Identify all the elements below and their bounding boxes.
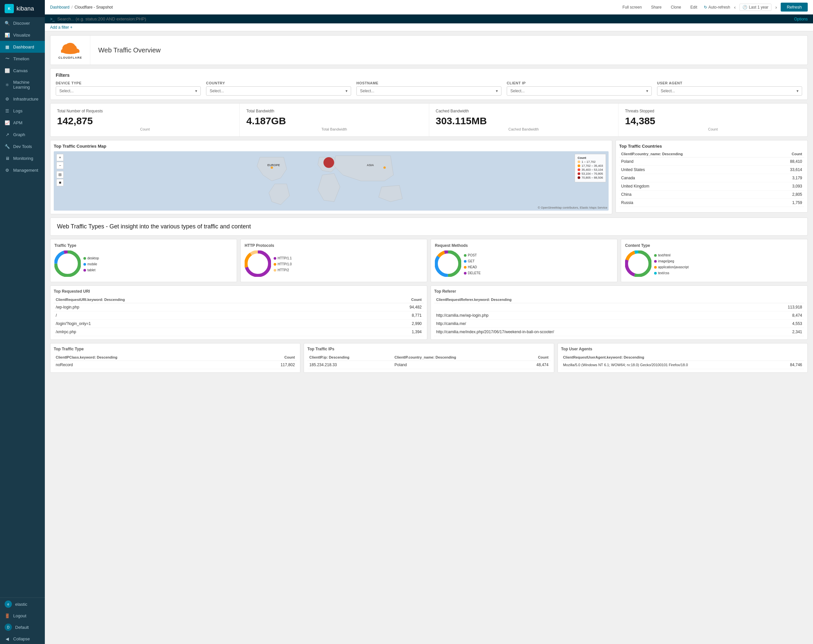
sidebar-item-user[interactable]: e elastic bbox=[0, 598, 45, 610]
machine-learning-icon: ⚛ bbox=[5, 82, 10, 87]
legend-item: image/jpeg bbox=[654, 258, 689, 264]
donut-content: desktop mobile tablet bbox=[54, 250, 233, 278]
legend-item: GET bbox=[464, 258, 481, 264]
table-row: /xmlrpc.php1,394 bbox=[54, 328, 423, 336]
donut-title: Request Methods bbox=[435, 243, 613, 248]
user-agent-select[interactable]: Select... ▾ bbox=[657, 86, 802, 95]
client-ip-select[interactable]: Select... ▾ bbox=[507, 86, 652, 95]
country-select[interactable]: Select... ▾ bbox=[206, 86, 351, 95]
add-filter-button[interactable]: Add a filter + bbox=[50, 25, 72, 30]
metric-requests: Total Number of Requests 142,875 Count bbox=[51, 103, 240, 136]
sidebar-item-apm[interactable]: 📈 APM bbox=[0, 117, 45, 129]
sidebar-user-label: elastic bbox=[15, 602, 28, 607]
time-picker[interactable]: 🕐 Last 1 year bbox=[739, 4, 771, 11]
refresh-button[interactable]: Refresh bbox=[781, 3, 808, 12]
top-traffic-type-card: Top Traffic Type ClientIPClass.keyword: … bbox=[50, 343, 300, 373]
legend-item: HTTP/1.1 bbox=[274, 255, 292, 261]
sidebar-item-label: Timelion bbox=[13, 56, 29, 61]
chevron-down-icon: ▾ bbox=[195, 89, 197, 93]
col-country-count[interactable]: Count bbox=[768, 150, 804, 158]
search-input[interactable] bbox=[57, 17, 792, 21]
donut-chart bbox=[54, 250, 81, 278]
donut-card-content-type: Content Type text/html image/jpeg applic… bbox=[621, 239, 808, 282]
sidebar-item-infrastructure[interactable]: ⚙ Infrastructure bbox=[0, 93, 45, 105]
donut-chart bbox=[245, 250, 271, 278]
country-filter: Country Select... ▾ bbox=[206, 81, 351, 95]
uri-col2[interactable]: Count bbox=[357, 296, 423, 303]
hostname-select[interactable]: Select... ▾ bbox=[356, 86, 502, 95]
edit-button[interactable]: Edit bbox=[688, 4, 700, 11]
share-button[interactable]: Share bbox=[649, 4, 664, 11]
sidebar-item-logout[interactable]: 🚪 Logout bbox=[0, 610, 45, 621]
sidebar-item-visualize[interactable]: 📊 Visualize bbox=[0, 29, 45, 41]
top-uri-table: ClientRequestURI.keyword: Descending Cou… bbox=[54, 296, 423, 336]
legend-item: POST bbox=[464, 253, 481, 258]
zoom-in-button[interactable]: + bbox=[57, 154, 64, 161]
map-card: Top Traffic Countries Map bbox=[50, 140, 612, 214]
cloudflare-brand: CLOUDFLARE bbox=[58, 56, 82, 59]
legend-item: application/javascript bbox=[654, 264, 689, 270]
nav-prev-icon[interactable]: ‹ bbox=[734, 5, 736, 10]
sidebar-item-collapse[interactable]: ◀ Collapse bbox=[0, 633, 45, 644]
table-row: http://camilia.me/index.php/2017/06/17/w… bbox=[434, 328, 804, 336]
sidebar-item-label: Machine Learning bbox=[13, 80, 40, 90]
tt-col1[interactable]: ClientIPClass.keyword: Descending bbox=[54, 354, 244, 361]
default-avatar: D bbox=[5, 624, 12, 631]
svg-point-6 bbox=[324, 157, 334, 168]
auto-refresh-toggle[interactable]: ↻ Auto-refresh bbox=[704, 5, 730, 9]
donut-chart bbox=[625, 250, 652, 278]
map-container: EUROPE ASIA + − ⊞ ■ Count 1 – 17,702 17,… bbox=[54, 151, 609, 211]
top-traffic-type-title: Top Traffic Type bbox=[54, 347, 297, 351]
donut-title: Traffic Type bbox=[54, 243, 233, 248]
referer-col1[interactable]: ClientRequestReferer.keyword: Descending bbox=[434, 296, 756, 303]
infrastructure-icon: ⚙ bbox=[5, 96, 10, 101]
breadcrumb-home[interactable]: Dashboard bbox=[50, 5, 69, 9]
top-user-agents-card: Top User Agents ClientRequestUserAgent.k… bbox=[557, 343, 808, 373]
device-type-select[interactable]: Select... ▾ bbox=[56, 86, 201, 95]
top-uri-card: Top Requested URI ClientRequestURI.keywo… bbox=[50, 285, 427, 340]
sidebar-item-monitoring[interactable]: 🖥 Monitoring bbox=[0, 152, 45, 164]
management-icon: ⚙ bbox=[5, 167, 10, 173]
legend-item: text/css bbox=[654, 270, 689, 276]
full-screen-button[interactable]: Full screen bbox=[620, 4, 644, 11]
referer-col2[interactable] bbox=[756, 296, 804, 303]
filter-bar: Add a filter + bbox=[45, 23, 813, 31]
sidebar-item-default[interactable]: D Default bbox=[0, 621, 45, 633]
traffic-types-title: Web Traffic Types - Get insight into the… bbox=[57, 223, 801, 230]
top-ips-card: Top Traffic IPs ClientIP.ip: Descending … bbox=[304, 343, 554, 373]
sidebar-item-graph[interactable]: ↗ Graph bbox=[0, 129, 45, 140]
logs-icon: ☰ bbox=[5, 108, 10, 113]
visualize-icon: 📊 bbox=[5, 32, 10, 38]
table-row: /login/?login_only=12,990 bbox=[54, 320, 423, 328]
zoom-out-button[interactable]: − bbox=[57, 162, 64, 169]
options-button[interactable]: Options bbox=[794, 17, 808, 21]
top-ips-title: Top Traffic IPs bbox=[307, 347, 550, 351]
overview-header-card: CLOUDFLARE Web Traffic Overview bbox=[50, 35, 808, 65]
ip-col2[interactable]: ClientIP.country_name: Descending bbox=[393, 354, 520, 361]
sidebar-item-timelion[interactable]: 〜 Timelion bbox=[0, 53, 45, 64]
ua-col2[interactable] bbox=[777, 354, 804, 361]
metric-threats-sub: Count bbox=[625, 127, 801, 131]
ip-col1[interactable]: ClientIP.ip: Descending bbox=[307, 354, 392, 361]
clone-button[interactable]: Clone bbox=[668, 4, 684, 11]
svg-rect-4 bbox=[61, 50, 80, 53]
ua-col1[interactable]: ClientRequestUserAgent.keyword: Descendi… bbox=[561, 354, 778, 361]
sidebar-item-management[interactable]: ⚙ Management bbox=[0, 164, 45, 176]
sidebar-item-dev-tools[interactable]: 🔧 Dev Tools bbox=[0, 140, 45, 152]
sidebar-item-dashboard[interactable]: ▦ Dashboard bbox=[0, 41, 45, 53]
sidebar-item-logs[interactable]: ☰ Logs bbox=[0, 105, 45, 117]
tt-col2[interactable]: Count bbox=[244, 354, 297, 361]
col-country-name[interactable]: ClientIP.country_name: Descending bbox=[619, 150, 768, 158]
ip-col3[interactable]: Count bbox=[519, 354, 550, 361]
map-legend: Count 1 – 17,702 17,702 – 35,403 35,403 … bbox=[575, 154, 606, 182]
dev-tools-icon: 🔧 bbox=[5, 144, 10, 149]
sidebar-item-discover[interactable]: 🔍 Discover bbox=[0, 17, 45, 29]
sidebar-item-machine-learning[interactable]: ⚛ Machine Learning bbox=[0, 77, 45, 93]
top-user-agents-title: Top User Agents bbox=[561, 347, 804, 351]
map-fit-button[interactable]: ⊞ bbox=[57, 171, 64, 178]
nav-next-icon[interactable]: › bbox=[775, 5, 777, 10]
sidebar-item-canvas[interactable]: ⬜ Canvas bbox=[0, 64, 45, 77]
uri-col1[interactable]: ClientRequestURI.keyword: Descending bbox=[54, 296, 357, 303]
map-square-button[interactable]: ■ bbox=[57, 179, 64, 186]
svg-text:ASIA: ASIA bbox=[367, 164, 374, 167]
